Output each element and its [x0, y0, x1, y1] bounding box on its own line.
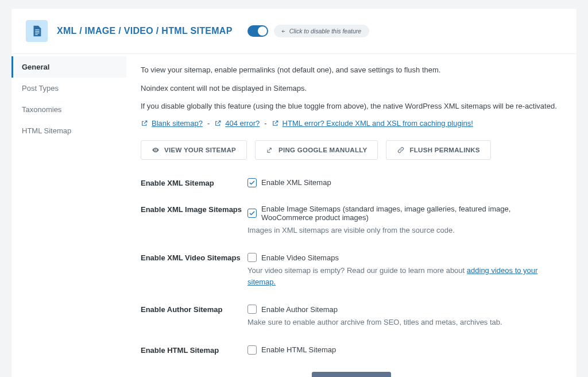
tab-html-sitemap[interactable]: HTML Sitemap: [11, 120, 126, 141]
sidebar-item-label: Post Types: [22, 84, 59, 93]
setting-label-xml: Enable XML Sitemap: [141, 178, 247, 187]
checkbox-author-sitemap[interactable]: Enable Author Sitemap: [247, 305, 562, 314]
separator: -: [264, 119, 266, 128]
separator: -: [207, 119, 210, 128]
button-label: PING GOOGLE MANUALLY: [278, 147, 367, 153]
ping-google-button[interactable]: PING GOOGLE MANUALLY: [255, 140, 378, 160]
button-label: FLUSH PERMALINKS: [409, 147, 479, 153]
checkbox-label: Enable Video Sitemaps: [261, 253, 339, 262]
tab-post-types[interactable]: Post Types: [11, 78, 126, 99]
checkbox-label: Enable XML Sitemap: [261, 178, 331, 187]
sidebar: General Post Types Taxonomies HTML Sitem…: [11, 54, 126, 377]
setting-description: Make sure to enable author archive from …: [247, 317, 562, 328]
link-blank-sitemap[interactable]: Blank sitemap?: [152, 119, 203, 128]
eye-icon: [152, 146, 160, 154]
checkbox-label: Enable Author Sitemap: [261, 305, 338, 314]
save-changes-button[interactable]: SAVE CHANGES: [312, 372, 392, 378]
svg-point-4: [155, 149, 156, 150]
svg-rect-1: [35, 31, 39, 32]
setting-label-video: Enable XML Video Sitemaps: [141, 253, 247, 287]
checkbox-html-sitemap[interactable]: Enable HTML Sitemap: [247, 345, 562, 355]
setting-label-image: Enable XML Image Sitemaps: [141, 205, 247, 236]
toggle-hint-label: Click to disable this feature: [289, 28, 361, 34]
tab-taxonomies[interactable]: Taxonomies: [11, 99, 126, 120]
svg-rect-3: [35, 34, 38, 35]
feature-toggle[interactable]: [247, 25, 268, 37]
checkbox-video-sitemap[interactable]: Enable Video Sitemaps: [247, 253, 562, 262]
setting-label-author: Enable Author Sitemap: [141, 305, 247, 328]
toggle-hint: Click to disable this feature: [274, 25, 369, 37]
intro-text: Noindex content will not be displayed in…: [141, 83, 562, 94]
external-link-icon: [272, 120, 279, 127]
flush-permalinks-button[interactable]: FLUSH PERMALINKS: [386, 140, 490, 160]
checkbox-icon: [247, 209, 257, 218]
setting-label-html: Enable HTML Sitemap: [141, 345, 247, 355]
share-icon: [266, 146, 274, 154]
desc-text: Your video sitemap is empty? Read our gu…: [247, 266, 467, 275]
sidebar-item-label: HTML Sitemap: [22, 126, 71, 135]
checkbox-image-sitemap[interactable]: Enable Image Sitemaps (standard images, …: [247, 205, 562, 222]
checkbox-label: Enable HTML Sitemap: [261, 345, 336, 354]
link-html-error[interactable]: HTML error? Exclude XML and XSL from cac…: [283, 119, 473, 128]
external-link-icon: [141, 120, 148, 127]
sitemap-icon: [26, 20, 48, 42]
setting-description: Images in XML sitemaps are visible only …: [247, 225, 562, 236]
checkbox-icon: [247, 345, 257, 355]
svg-rect-0: [35, 29, 39, 30]
checkbox-icon: [247, 253, 257, 262]
link-icon: [397, 146, 405, 154]
svg-rect-2: [35, 33, 39, 33]
page-title: XML / IMAGE / VIDEO / HTML SITEMAP: [57, 26, 233, 36]
intro-text: To view your sitemap, enable permalinks …: [141, 64, 562, 76]
sidebar-item-label: General: [22, 63, 49, 71]
checkbox-icon: [247, 305, 257, 314]
checkbox-icon: [247, 178, 257, 187]
external-link-icon: [214, 120, 222, 127]
link-404-error[interactable]: 404 error?: [225, 119, 260, 128]
checkbox-xml-sitemap[interactable]: Enable XML Sitemap: [247, 178, 562, 187]
setting-description: Your video sitemap is empty? Read our gu…: [247, 265, 562, 287]
view-sitemap-button[interactable]: VIEW YOUR SITEMAP: [141, 140, 247, 160]
sidebar-item-label: Taxonomies: [22, 105, 61, 114]
button-label: VIEW YOUR SITEMAP: [164, 147, 236, 153]
checkbox-label: Enable Image Sitemaps (standard images, …: [261, 205, 562, 222]
intro-text: If you disable globally this feature (us…: [141, 101, 562, 112]
tab-general[interactable]: General: [11, 56, 126, 78]
